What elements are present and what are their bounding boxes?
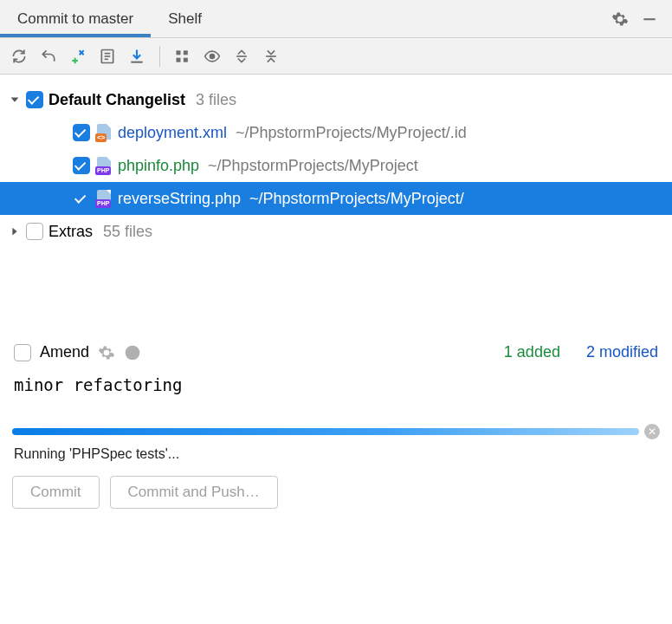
amend-label: Amend bbox=[40, 343, 89, 361]
changelist-checkbox[interactable] bbox=[26, 91, 43, 108]
diff-plus-icon[interactable] bbox=[69, 48, 87, 65]
file-name: phpinfo.php bbox=[118, 157, 199, 175]
svg-rect-5 bbox=[177, 50, 181, 55]
svg-rect-6 bbox=[177, 57, 181, 62]
expand-all-icon[interactable] bbox=[233, 48, 250, 65]
commit-button-label: Commit bbox=[30, 484, 81, 500]
changelist-icon[interactable] bbox=[99, 48, 116, 65]
svg-rect-0 bbox=[643, 18, 655, 20]
commit-message-input[interactable]: minor refactoring bbox=[0, 368, 672, 420]
changes-tree: Default Changelist 3 files <> deployment… bbox=[0, 75, 672, 257]
collapse-all-icon[interactable] bbox=[262, 48, 280, 65]
xml-file-icon: <> bbox=[95, 124, 113, 141]
svg-point-9 bbox=[210, 54, 215, 58]
file-path: ~/PhpstormProjects/MyProject bbox=[208, 157, 418, 175]
changelist-name: Extras bbox=[48, 223, 93, 241]
gear-icon[interactable] bbox=[611, 10, 629, 28]
tab-shelf-label: Shelf bbox=[168, 10, 202, 28]
history-icon[interactable] bbox=[124, 344, 141, 361]
minimize-icon[interactable] bbox=[641, 10, 658, 28]
changelist-row[interactable]: Default Changelist 3 files bbox=[0, 83, 672, 116]
rollback-icon[interactable] bbox=[40, 48, 57, 65]
progress-wrap: ✕ bbox=[0, 420, 672, 441]
commit-push-button-label: Commit and Push… bbox=[128, 484, 260, 500]
changelist-count: 55 files bbox=[103, 223, 152, 241]
chevron-down-icon[interactable] bbox=[9, 94, 21, 106]
file-checkbox[interactable] bbox=[73, 157, 90, 174]
file-row[interactable]: <> deployment.xml ~/PhpstormProjects/MyP… bbox=[0, 116, 672, 149]
tab-strip: Commit to master Shelf bbox=[0, 0, 611, 37]
gear-icon[interactable] bbox=[98, 344, 115, 361]
file-checkbox[interactable] bbox=[73, 124, 90, 141]
progress-bar bbox=[12, 428, 639, 435]
download-icon[interactable] bbox=[128, 48, 145, 65]
amend-checkbox[interactable] bbox=[14, 344, 31, 361]
button-bar: Commit Commit and Push… bbox=[0, 472, 672, 521]
changelist-name: Default Changelist bbox=[48, 91, 185, 109]
tab-commit[interactable]: Commit to master bbox=[0, 0, 151, 37]
changelist-count: 3 files bbox=[196, 91, 236, 109]
tab-commit-label: Commit to master bbox=[17, 10, 133, 28]
toolbar-separator bbox=[159, 46, 160, 67]
commit-button[interactable]: Commit bbox=[12, 476, 100, 509]
php-file-icon: PHP bbox=[95, 190, 113, 207]
tab-shelf[interactable]: Shelf bbox=[151, 0, 219, 37]
svg-rect-8 bbox=[184, 57, 188, 62]
modified-count[interactable]: 2 modified bbox=[586, 343, 658, 361]
refresh-icon[interactable] bbox=[10, 48, 28, 65]
commit-message-text: minor refactoring bbox=[14, 375, 182, 394]
group-by-icon[interactable] bbox=[174, 48, 191, 65]
file-checkbox[interactable] bbox=[73, 190, 90, 207]
cancel-progress-icon[interactable]: ✕ bbox=[644, 424, 660, 439]
changelist-row[interactable]: Extras 55 files bbox=[0, 215, 672, 248]
changelist-checkbox[interactable] bbox=[26, 223, 43, 240]
status-text: Running 'PHPSpec tests'... bbox=[0, 441, 672, 472]
added-count[interactable]: 1 added bbox=[504, 343, 560, 361]
header-bar: Commit to master Shelf bbox=[0, 0, 672, 38]
file-row[interactable]: PHP phpinfo.php ~/PhpstormProjects/MyPro… bbox=[0, 149, 672, 182]
file-row-selected[interactable]: PHP reverseString.php ~/PhpstormProjects… bbox=[0, 182, 672, 215]
file-name: reverseString.php bbox=[118, 190, 241, 208]
amend-bar: Amend 1 added 2 modified bbox=[0, 336, 672, 368]
chevron-right-icon[interactable] bbox=[9, 225, 21, 237]
file-path: ~/PhpstormProjects/MyProject/ bbox=[249, 190, 464, 208]
header-icon-group bbox=[611, 10, 672, 28]
svg-rect-7 bbox=[184, 50, 188, 55]
php-file-icon: PHP bbox=[95, 157, 113, 174]
preview-icon[interactable] bbox=[204, 48, 221, 65]
file-path: ~/PhpstormProjects/MyProject/.id bbox=[236, 124, 467, 142]
toolbar bbox=[0, 38, 672, 75]
commit-push-button[interactable]: Commit and Push… bbox=[110, 476, 278, 509]
file-name: deployment.xml bbox=[118, 124, 227, 142]
